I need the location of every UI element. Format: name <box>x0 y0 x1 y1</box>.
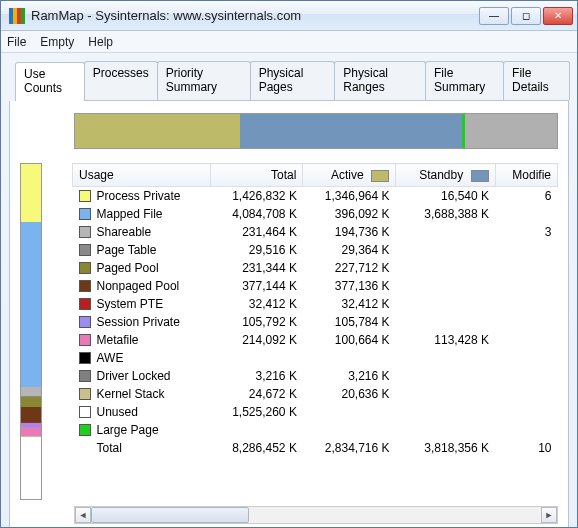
table-row[interactable]: Unused1,525,260 K <box>73 403 558 421</box>
row-active: 32,412 K <box>303 295 396 313</box>
tab-processes[interactable]: Processes <box>84 61 158 100</box>
table-row[interactable]: Session Private105,792 K105,784 K <box>73 313 558 331</box>
hbar-seg <box>465 114 557 148</box>
row-active: 377,136 K <box>303 277 396 295</box>
menu-help[interactable]: Help <box>88 35 113 49</box>
menu-file[interactable]: File <box>7 35 26 49</box>
col-standby[interactable]: Standby <box>396 164 496 187</box>
row-swatch-icon <box>79 388 91 400</box>
window-title: RamMap - Sysinternals: www.sysinternals.… <box>31 8 479 23</box>
close-button[interactable]: ✕ <box>543 7 573 25</box>
row-standby <box>396 223 496 241</box>
row-name: Shareable <box>97 225 152 239</box>
table-row[interactable]: Kernel Stack24,672 K20,636 K <box>73 385 558 403</box>
table-row[interactable]: Mapped File4,084,708 K396,092 K3,688,388… <box>73 205 558 223</box>
vbar-seg <box>21 387 41 396</box>
scroll-right-arrow-icon[interactable]: ► <box>541 507 557 523</box>
scroll-track[interactable] <box>91 507 541 523</box>
col-modified[interactable]: Modifie <box>495 164 557 187</box>
row-modified: 3 <box>495 223 557 241</box>
hbar-seg <box>240 114 462 148</box>
row-standby <box>396 349 496 367</box>
table-row[interactable]: Shareable231,464 K194,736 K3 <box>73 223 558 241</box>
row-standby <box>396 295 496 313</box>
row-name: Total <box>97 441 122 455</box>
row-total: 29,516 K <box>210 241 303 259</box>
row-name: Large Page <box>97 423 159 437</box>
row-active: 396,092 K <box>303 205 396 223</box>
row-total: 24,672 K <box>210 385 303 403</box>
row-active: 100,664 K <box>303 331 396 349</box>
row-active: 105,784 K <box>303 313 396 331</box>
row-standby: 3,818,356 K <box>396 439 496 457</box>
row-swatch-icon <box>79 352 91 364</box>
table-row[interactable]: System PTE32,412 K32,412 K <box>73 295 558 313</box>
vbar-seg <box>21 427 41 436</box>
row-total <box>210 349 303 367</box>
row-standby: 16,540 K <box>396 187 496 206</box>
tab-file-summary[interactable]: File Summary <box>425 61 504 100</box>
table-row[interactable]: Metafile214,092 K100,664 K113,428 K <box>73 331 558 349</box>
row-standby <box>396 313 496 331</box>
row-active <box>303 421 396 439</box>
horizontal-scrollbar[interactable]: ◄ ► <box>74 506 558 524</box>
table-row[interactable]: Page Table29,516 K29,364 K <box>73 241 558 259</box>
row-active: 29,364 K <box>303 241 396 259</box>
row-swatch-icon <box>79 370 91 382</box>
row-swatch-icon <box>79 208 91 220</box>
row-total: 32,412 K <box>210 295 303 313</box>
horizontal-usage-bar <box>74 113 558 149</box>
row-modified <box>495 241 557 259</box>
row-swatch-icon <box>79 262 91 274</box>
menu-empty[interactable]: Empty <box>40 35 74 49</box>
row-swatch-icon <box>79 226 91 238</box>
table-row[interactable]: Driver Locked3,216 K3,216 K <box>73 367 558 385</box>
row-modified: 6 <box>495 187 557 206</box>
tab-file-details[interactable]: File Details <box>503 61 570 100</box>
tabstrip: Use Counts Processes Priority Summary Ph… <box>15 61 569 101</box>
table-row[interactable]: Process Private1,426,832 K1,346,964 K16,… <box>73 187 558 206</box>
row-name: AWE <box>97 351 124 365</box>
row-total: 3,216 K <box>210 367 303 385</box>
table-row[interactable]: Large Page <box>73 421 558 439</box>
row-name: Paged Pool <box>97 261 159 275</box>
tab-physical-ranges[interactable]: Physical Ranges <box>334 61 426 100</box>
row-standby <box>396 403 496 421</box>
row-modified <box>495 277 557 295</box>
standby-swatch-icon <box>471 170 489 182</box>
row-total: 8,286,452 K <box>210 439 303 457</box>
minimize-button[interactable]: — <box>479 7 509 25</box>
col-active-label: Active <box>331 168 364 182</box>
table-row[interactable]: Nonpaged Pool377,144 K377,136 K <box>73 277 558 295</box>
menubar: File Empty Help <box>1 31 577 53</box>
row-standby: 113,428 K <box>396 331 496 349</box>
table-row[interactable]: Paged Pool231,344 K227,712 K <box>73 259 558 277</box>
vbar-seg <box>21 407 41 422</box>
maximize-button[interactable]: ◻ <box>511 7 541 25</box>
col-active[interactable]: Active <box>303 164 396 187</box>
row-total: 377,144 K <box>210 277 303 295</box>
row-modified <box>495 367 557 385</box>
row-name: Mapped File <box>97 207 163 221</box>
table-total-row[interactable]: Total8,286,452 K2,834,716 K3,818,356 K10 <box>73 439 558 457</box>
scroll-thumb[interactable] <box>91 507 249 523</box>
tab-priority-summary[interactable]: Priority Summary <box>157 61 251 100</box>
col-usage[interactable]: Usage <box>73 164 211 187</box>
row-name: Session Private <box>97 315 180 329</box>
row-swatch-icon <box>79 424 91 436</box>
row-name: Kernel Stack <box>97 387 165 401</box>
usage-table: Usage Total Active Standby Modifie <box>72 163 558 500</box>
titlebar: RamMap - Sysinternals: www.sysinternals.… <box>1 1 577 31</box>
table-row[interactable]: AWE <box>73 349 558 367</box>
tab-use-counts[interactable]: Use Counts <box>15 62 85 101</box>
row-swatch-icon <box>79 244 91 256</box>
row-swatch-icon <box>79 334 91 346</box>
col-standby-label: Standby <box>419 168 463 182</box>
tab-physical-pages[interactable]: Physical Pages <box>250 61 336 100</box>
row-name: Process Private <box>97 189 181 203</box>
active-swatch-icon <box>371 170 389 182</box>
col-total[interactable]: Total <box>210 164 303 187</box>
row-active: 194,736 K <box>303 223 396 241</box>
vertical-usage-bar <box>20 163 42 500</box>
scroll-left-arrow-icon[interactable]: ◄ <box>75 507 91 523</box>
